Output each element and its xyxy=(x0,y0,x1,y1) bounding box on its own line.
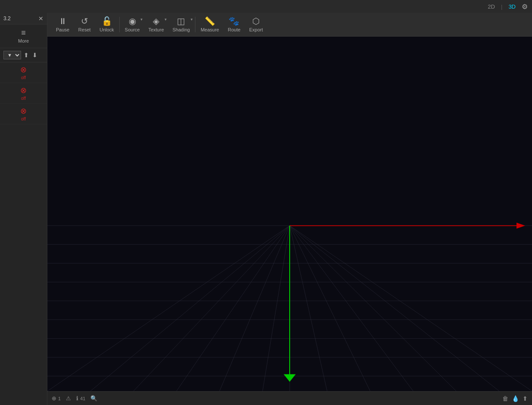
more-icon: ≡ xyxy=(21,29,26,37)
status-item-4[interactable]: 🔍 xyxy=(90,395,97,402)
texture-icon: ◈ xyxy=(153,17,159,25)
layer-link-icon-1: ⊗ xyxy=(20,65,27,74)
shading-icon: ◫ xyxy=(177,17,185,25)
search-icon: 🔍 xyxy=(90,395,97,402)
viewport-wrapper: ⏸ Pause ↺ Reset 🔓 Unlock ◉ Source ▼ ◈ Te… xyxy=(47,13,532,405)
toolbar-source[interactable]: ◉ Source ▼ xyxy=(121,15,144,34)
svg-line-19 xyxy=(290,226,456,391)
grid-svg xyxy=(47,143,532,391)
svg-line-12 xyxy=(176,226,290,391)
layer-link-icon-3: ⊗ xyxy=(20,106,27,116)
btn-3d[interactable]: 3D xyxy=(506,3,518,11)
upload-button[interactable]: ⬆ xyxy=(23,51,30,59)
settings-button[interactable]: ⚙ xyxy=(522,3,528,11)
unlock-label: Unlock xyxy=(99,27,114,32)
status-icon-3: ℹ xyxy=(76,395,78,402)
measure-icon: 📏 xyxy=(204,17,215,25)
svg-marker-25 xyxy=(284,374,296,382)
close-button[interactable]: ✕ xyxy=(38,15,43,22)
toolbar-measure[interactable]: 📏 Measure xyxy=(196,15,223,34)
svg-line-14 xyxy=(263,226,290,391)
status-item-3: ℹ 41 xyxy=(76,395,85,402)
left-sidebar: 3.2 ✕ ≡ More ▼ ⬆ ⬇ ⊗ off ⊗ off ⊗ off xyxy=(0,13,47,405)
pause-icon: ⏸ xyxy=(59,17,67,25)
main-layout: 3.2 ✕ ≡ More ▼ ⬆ ⬇ ⊗ off ⊗ off ⊗ off xyxy=(0,13,532,405)
toolbar-divider-2 xyxy=(195,17,195,32)
toolbar: ⏸ Pause ↺ Reset 🔓 Unlock ◉ Source ▼ ◈ Te… xyxy=(47,13,532,37)
layer-off-label-2: off xyxy=(21,96,26,101)
layer-item-2[interactable]: ⊗ off xyxy=(0,83,47,104)
svg-line-10 xyxy=(90,226,290,391)
reset-icon: ↺ xyxy=(81,17,88,25)
status-right: 🗑 💧 ⬆ xyxy=(502,395,528,402)
svg-line-11 xyxy=(133,226,290,391)
layer-off-label-3: off xyxy=(21,117,26,121)
layer-link-icon-2: ⊗ xyxy=(20,86,27,95)
status-item-2: ⚠ xyxy=(66,395,71,402)
toolbar-divider-1 xyxy=(119,17,120,32)
sidebar-title: 3.2 xyxy=(3,15,11,22)
more-label: More xyxy=(18,38,29,43)
status-item-1: ⊕ 1 xyxy=(52,395,61,402)
layer-off-label-1: off xyxy=(21,75,26,80)
status-bar: ⊕ 1 ⚠ ℹ 41 🔍 🗑 💧 ⬆ xyxy=(47,391,532,405)
source-label: Source xyxy=(125,27,140,32)
trash-button[interactable]: 🗑 xyxy=(502,395,508,402)
drop-button[interactable]: 💧 xyxy=(512,395,519,402)
toolbar-texture[interactable]: ◈ Texture ▼ xyxy=(144,15,168,34)
toolbar-export[interactable]: ⬡ Export xyxy=(245,15,267,34)
export-icon: ⬡ xyxy=(252,17,260,25)
shading-arrow-icon: ▼ xyxy=(190,18,193,22)
svg-marker-23 xyxy=(517,223,525,229)
layer-item-3[interactable]: ⊗ off xyxy=(0,104,47,124)
svg-line-9 xyxy=(47,226,290,391)
download-button[interactable]: ⬇ xyxy=(31,51,38,59)
sidebar-header: 3.2 ✕ xyxy=(0,13,47,25)
upload-status-button[interactable]: ⬆ xyxy=(523,395,528,402)
status-icon-1: ⊕ xyxy=(52,395,56,402)
status-value-1: 1 xyxy=(58,396,61,401)
route-label: Route xyxy=(228,27,240,32)
pause-label: Pause xyxy=(56,27,69,32)
top-bar: 2D | 3D ⚙ xyxy=(0,0,532,13)
toolbar-pause[interactable]: ⏸ Pause xyxy=(52,15,74,34)
layer-dropdown[interactable]: ▼ xyxy=(3,51,21,59)
shading-label: Shading xyxy=(173,27,190,32)
source-icon: ◉ xyxy=(129,17,136,25)
toolbar-unlock[interactable]: 🔓 Unlock xyxy=(95,15,118,34)
source-arrow-icon: ▼ xyxy=(140,18,143,22)
svg-line-17 xyxy=(290,226,370,391)
unlock-icon: 🔓 xyxy=(102,17,112,25)
toolbar-reset[interactable]: ↺ Reset xyxy=(74,15,95,34)
sidebar-controls: ▼ ⬆ ⬇ xyxy=(0,48,47,62)
svg-line-13 xyxy=(220,226,290,391)
texture-arrow-icon: ▼ xyxy=(164,18,167,22)
toolbar-route[interactable]: 🐾 Route xyxy=(223,15,245,34)
reset-label: Reset xyxy=(78,27,91,32)
sidebar-more[interactable]: ≡ More xyxy=(0,25,47,48)
measure-label: Measure xyxy=(201,27,219,32)
view-divider: | xyxy=(501,3,502,10)
svg-line-21 xyxy=(290,226,532,391)
viewport[interactable] xyxy=(47,37,532,391)
texture-label: Texture xyxy=(148,27,164,32)
status-icon-2: ⚠ xyxy=(66,395,71,402)
toolbar-shading[interactable]: ◫ Shading ▼ xyxy=(168,15,194,34)
layer-item-1[interactable]: ⊗ off xyxy=(0,62,47,83)
status-value-3: 41 xyxy=(80,396,85,401)
btn-2d[interactable]: 2D xyxy=(485,3,498,11)
export-label: Export xyxy=(249,27,263,32)
route-icon: 🐾 xyxy=(229,17,239,25)
